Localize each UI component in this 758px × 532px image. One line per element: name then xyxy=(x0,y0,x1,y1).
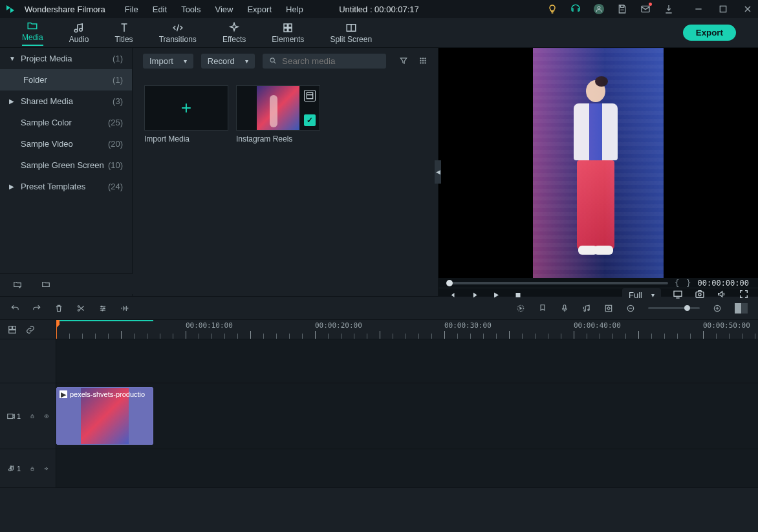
search-box[interactable] xyxy=(263,54,386,69)
media-grid: + Import Media ✓ Instagram Reels xyxy=(133,74,438,155)
timeline-ruler[interactable]: 00:00:10:00 00:00:20:00 00:00:30:00 00:0… xyxy=(56,320,758,339)
search-input[interactable] xyxy=(282,56,380,66)
keyframe-icon[interactable] xyxy=(604,304,613,313)
sidebar-item-folder[interactable]: Folder(1) xyxy=(0,69,132,90)
chevron-down-icon: ▼ xyxy=(9,55,16,62)
preview-viewport xyxy=(439,48,758,278)
titlebar: Wondershare Filmora File Edit Tools View… xyxy=(0,0,758,18)
user-icon[interactable] xyxy=(594,4,604,14)
sidebar-item-sample-video[interactable]: Sample Video(20) xyxy=(0,133,132,154)
sidebar-item-project-media[interactable]: ▼Project Media(1) xyxy=(0,48,132,69)
export-button[interactable]: Export xyxy=(683,25,736,41)
mark-in-button[interactable]: { xyxy=(675,278,680,288)
close-icon[interactable] xyxy=(742,4,753,14)
adjust-icon[interactable] xyxy=(98,304,107,313)
tab-effects[interactable]: Effects xyxy=(210,19,259,47)
sidebar-item-sample-green-screen[interactable]: Sample Green Screen(10) xyxy=(0,154,132,176)
save-icon[interactable] xyxy=(617,4,627,14)
svg-point-21 xyxy=(422,62,424,63)
headphones-icon[interactable] xyxy=(570,4,581,14)
sidebar-item-shared-media[interactable]: ▶Shared Media(3) xyxy=(0,90,132,112)
link-icon[interactable] xyxy=(26,325,35,334)
eye-icon[interactable] xyxy=(44,412,49,421)
tab-media[interactable]: Media xyxy=(9,17,56,48)
audio-track-icon xyxy=(6,464,16,473)
timeline-toolbar xyxy=(0,297,758,320)
media-tile-instagram[interactable]: ✓ Instagram Reels xyxy=(236,85,320,144)
svg-rect-8 xyxy=(284,28,287,31)
svg-rect-6 xyxy=(284,24,287,27)
tab-split-screen[interactable]: Split Screen xyxy=(317,19,385,47)
svg-rect-49 xyxy=(607,306,611,310)
zoom-out-icon[interactable] xyxy=(626,304,635,313)
music-icon xyxy=(73,22,85,34)
folder-icon[interactable] xyxy=(41,280,50,289)
menu-tools[interactable]: Tools xyxy=(181,5,200,14)
svg-point-14 xyxy=(420,58,421,59)
timeline-audio-track: 1 xyxy=(0,449,758,488)
zoom-slider[interactable] xyxy=(648,307,700,309)
folder-icon xyxy=(27,20,38,32)
lock-icon[interactable] xyxy=(30,464,35,473)
svg-point-15 xyxy=(422,58,424,59)
scrub-track[interactable] xyxy=(448,282,668,284)
lock-icon[interactable] xyxy=(30,412,35,421)
film-icon xyxy=(304,90,316,101)
import-dropdown[interactable]: Import▾ xyxy=(143,54,193,69)
lightbulb-icon[interactable] xyxy=(547,4,558,14)
tab-audio[interactable]: Audio xyxy=(56,19,102,47)
app-name: Wondershare Filmora xyxy=(25,5,105,14)
media-toolbar: Import▾ Record▾ xyxy=(133,48,438,74)
tab-elements[interactable]: Elements xyxy=(259,19,317,47)
waveform-icon[interactable] xyxy=(120,304,129,313)
mute-icon[interactable] xyxy=(44,464,49,473)
split-screen-icon xyxy=(345,22,357,34)
scrub-thumb[interactable] xyxy=(446,280,453,286)
mixer-icon[interactable] xyxy=(582,304,591,313)
render-icon[interactable] xyxy=(516,304,525,313)
zoom-thumb[interactable] xyxy=(684,305,690,311)
svg-point-17 xyxy=(420,60,421,61)
redo-icon[interactable] xyxy=(32,304,41,313)
preview-timecode: 00:00:00:00 xyxy=(698,279,749,288)
split-icon[interactable] xyxy=(76,304,85,313)
undo-icon[interactable] xyxy=(10,304,19,313)
svg-point-31 xyxy=(78,309,79,310)
delete-icon[interactable] xyxy=(54,304,63,313)
timeline-spacer-track xyxy=(0,339,758,383)
voiceover-icon[interactable] xyxy=(560,304,569,313)
minimize-icon[interactable] xyxy=(693,4,704,14)
app-logo-icon xyxy=(5,4,16,14)
collapse-handle[interactable]: ◀ xyxy=(435,160,441,184)
menu-file[interactable]: File xyxy=(125,5,138,14)
zoom-in-icon[interactable] xyxy=(713,304,722,313)
chevron-down-icon: ▾ xyxy=(245,58,248,65)
sidebar-item-sample-color[interactable]: Sample Color(25) xyxy=(0,112,132,133)
playhead[interactable] xyxy=(56,320,57,339)
video-track-body[interactable]: ▶pexels-shvets-productio xyxy=(56,383,758,449)
media-tile-import[interactable]: + Import Media xyxy=(144,85,228,144)
tab-transitions[interactable]: Transitions xyxy=(146,19,210,47)
check-icon: ✓ xyxy=(304,114,316,126)
menu-edit[interactable]: Edit xyxy=(153,5,167,14)
mail-icon[interactable] xyxy=(640,4,651,14)
tab-titles[interactable]: Titles xyxy=(102,19,146,47)
maximize-icon[interactable] xyxy=(718,4,728,14)
video-track-icon xyxy=(6,412,16,421)
audio-track-body[interactable] xyxy=(56,449,758,487)
menu-help[interactable]: Help xyxy=(286,5,303,14)
timeline-ruler-row: 00:00:10:00 00:00:20:00 00:00:30:00 00:0… xyxy=(0,320,758,339)
marker-icon[interactable] xyxy=(538,304,547,313)
sidebar-item-preset-templates[interactable]: ▶Preset Templates(24) xyxy=(0,176,132,197)
download-icon[interactable] xyxy=(664,4,674,14)
filter-icon[interactable] xyxy=(399,56,408,65)
menu-export[interactable]: Export xyxy=(247,5,272,14)
video-clip[interactable]: ▶pexels-shvets-productio xyxy=(56,387,153,445)
record-dropdown[interactable]: Record▾ xyxy=(201,54,255,69)
add-folder-icon[interactable] xyxy=(13,280,22,289)
mark-out-button[interactable]: } xyxy=(686,278,691,288)
menu-view[interactable]: View xyxy=(215,5,233,14)
grid-icon[interactable] xyxy=(418,56,428,65)
fit-icon[interactable] xyxy=(735,303,748,314)
manage-tracks-icon[interactable] xyxy=(8,325,17,334)
